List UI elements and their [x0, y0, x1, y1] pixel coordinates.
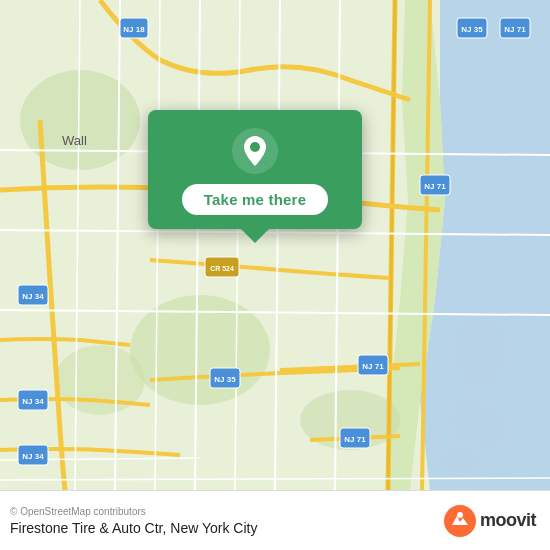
svg-point-55: [444, 505, 476, 537]
popup-card: Take me there: [148, 110, 362, 229]
map-container: NJ 71 NJ 35 NJ 18 NJ 138 NJ 34 NJ 34 NJ …: [0, 0, 550, 490]
svg-text:NJ 34: NJ 34: [22, 397, 44, 406]
svg-point-56: [457, 512, 463, 518]
map-svg: NJ 71 NJ 35 NJ 18 NJ 138 NJ 34 NJ 34 NJ …: [0, 0, 550, 490]
svg-text:CR 524: CR 524: [210, 265, 234, 272]
svg-point-7: [462, 48, 498, 72]
svg-text:NJ 34: NJ 34: [22, 452, 44, 461]
attribution-text: © OpenStreetMap contributors: [10, 506, 257, 517]
moovit-logo-icon: [444, 505, 476, 537]
svg-point-54: [250, 142, 260, 152]
take-me-there-button[interactable]: Take me there: [182, 184, 328, 215]
svg-text:NJ 35: NJ 35: [214, 375, 236, 384]
svg-text:NJ 71: NJ 71: [424, 182, 446, 191]
svg-text:NJ 34: NJ 34: [22, 292, 44, 301]
bottom-bar: © OpenStreetMap contributors Firestone T…: [0, 490, 550, 550]
location-name: Firestone Tire & Auto Ctr, New York City: [10, 520, 257, 536]
svg-point-6: [442, 445, 478, 475]
location-pin-icon: [232, 128, 278, 174]
svg-point-8: [20, 70, 140, 170]
moovit-text: moovit: [480, 510, 536, 531]
svg-text:NJ 18: NJ 18: [123, 25, 145, 34]
svg-text:NJ 71: NJ 71: [504, 25, 526, 34]
svg-point-3: [455, 310, 505, 390]
svg-point-5: [475, 410, 505, 450]
svg-text:NJ 35: NJ 35: [461, 25, 483, 34]
svg-text:NJ 71: NJ 71: [362, 362, 384, 371]
moovit-logo: moovit: [444, 505, 536, 537]
svg-text:Wall: Wall: [62, 133, 87, 148]
svg-text:NJ 71: NJ 71: [344, 435, 366, 444]
bottom-info: © OpenStreetMap contributors Firestone T…: [10, 506, 257, 536]
